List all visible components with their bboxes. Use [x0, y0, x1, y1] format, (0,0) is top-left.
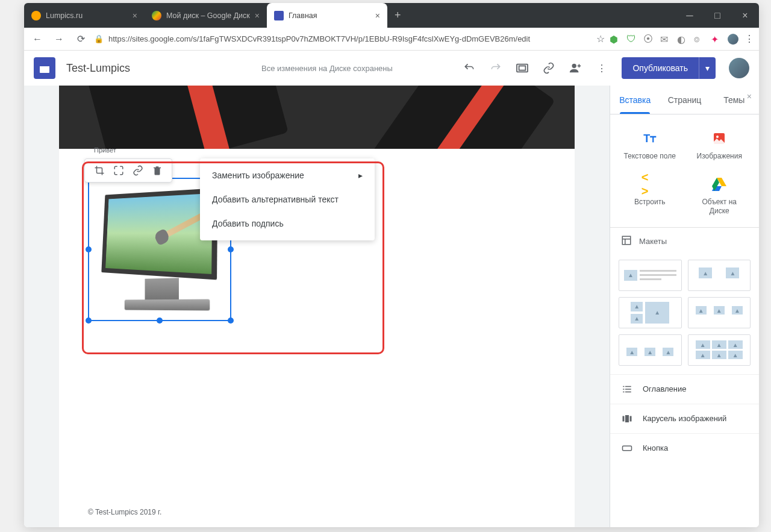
url-text: https://sites.google.com/s/1faFgTWSXDCvR… [108, 34, 530, 43]
layout-option[interactable]: ▲▲ [688, 260, 751, 291]
menu-label: Добавить подпись [212, 219, 284, 228]
close-icon[interactable]: × [133, 11, 137, 20]
link-button[interactable] [542, 61, 555, 75]
menu-item-alt-text[interactable]: Добавить альтернативный текст [200, 187, 375, 211]
insert-embed[interactable]: < > Встроить [617, 171, 682, 221]
share-button[interactable] [569, 61, 582, 75]
redo-button[interactable] [489, 61, 502, 75]
tab-title: Мой диск – Google Диск [166, 11, 250, 20]
menu-icon[interactable]: ⋮ [744, 33, 754, 45]
extension-icon[interactable]: ⦿ [643, 34, 654, 45]
site-title[interactable]: Test-Lumpics [66, 62, 130, 75]
svg-rect-11 [625, 386, 631, 387]
url-input[interactable]: 🔒 https://sites.google.com/s/1faFgTWSXDC… [94, 34, 592, 43]
image-block[interactable]: Привет Заменить изображение ▸ [88, 178, 236, 321]
crop-button[interactable] [90, 161, 109, 180]
layout-option[interactable]: ▲▲▲▲▲▲ [688, 334, 751, 366]
svg-rect-13 [625, 389, 631, 390]
close-button[interactable]: × [731, 3, 759, 28]
sidebar-item-carousel[interactable]: Карусель изображений [610, 404, 759, 433]
resize-handle[interactable] [86, 318, 92, 324]
insert-drive[interactable]: Объект на Диске [687, 171, 752, 221]
image-context-menu: Заменить изображение ▸ Добавить альтерна… [200, 158, 375, 240]
preview-button[interactable] [516, 61, 529, 75]
forward-button[interactable]: → [51, 31, 67, 48]
toc-icon [621, 383, 633, 395]
svg-rect-12 [623, 389, 624, 390]
browser-window: Lumpics.ru × Мой диск – Google Диск × Гл… [24, 3, 759, 527]
hero-banner[interactable] [59, 86, 575, 149]
layout-option[interactable]: ▲ [619, 260, 682, 291]
images-icon [711, 130, 728, 147]
insert-images[interactable]: Изображения [687, 125, 752, 166]
sidebar-item-label: Оглавление [643, 384, 686, 393]
chevron-down-icon[interactable]: ▾ [699, 57, 716, 79]
minimize-button[interactable]: ─ [676, 3, 704, 28]
canvas[interactable]: Привет Заменить изображение ▸ [24, 86, 610, 527]
profile-avatar-icon[interactable] [728, 34, 738, 45]
close-icon[interactable]: × [255, 11, 260, 20]
back-button[interactable]: ← [29, 31, 46, 48]
svg-rect-19 [623, 446, 632, 451]
more-button[interactable]: ⋮ [595, 61, 608, 75]
menu-label: Добавить альтернативный текст [212, 195, 339, 204]
svg-point-6 [716, 136, 719, 138]
close-icon[interactable]: × [747, 92, 752, 101]
header-tools: ⋮ Опубликовать ▾ [463, 57, 749, 79]
layout-option[interactable]: ▲▲▲ [688, 297, 751, 328]
svg-rect-14 [623, 392, 624, 393]
new-tab-button[interactable]: + [387, 3, 408, 28]
extension-icon[interactable]: ⬢ [610, 34, 620, 45]
button-icon [621, 442, 633, 454]
svg-point-4 [572, 64, 576, 68]
reload-button[interactable]: ⟳ [72, 31, 89, 48]
resize-handle[interactable] [228, 318, 234, 324]
star-icon[interactable]: ☆ [596, 33, 605, 45]
link-button[interactable] [128, 161, 148, 180]
sites-logo-icon[interactable] [34, 57, 55, 79]
carousel-icon [621, 413, 633, 425]
svg-rect-17 [625, 415, 629, 422]
uncrop-button[interactable] [109, 161, 128, 180]
browser-tab-lumpics[interactable]: Lumpics.ru × [24, 3, 145, 28]
layout-option[interactable]: ▲▲▲ [619, 297, 682, 328]
address-bar: ← → ⟳ 🔒 https://sites.google.com/s/1faFg… [24, 28, 759, 51]
extension-icon[interactable]: ✦ [711, 34, 722, 45]
svg-rect-18 [630, 416, 632, 421]
resize-handle[interactable] [157, 318, 163, 324]
resize-handle[interactable] [228, 246, 234, 252]
menu-item-replace[interactable]: Заменить изображение ▸ [200, 163, 375, 187]
account-avatar[interactable] [729, 58, 749, 78]
extension-icon[interactable]: ✉ [660, 34, 671, 45]
extension-icon[interactable]: ◐ [677, 34, 688, 45]
workspace: Привет Заменить изображение ▸ [24, 86, 759, 527]
extension-icon[interactable]: ⌾ [694, 34, 705, 45]
extension-icon[interactable]: 🛡 [626, 34, 637, 45]
tab-pages[interactable]: Страниц [660, 86, 709, 114]
tab-insert[interactable]: Вставка [610, 86, 660, 114]
app-header: Test-Lumpics Все изменения на Диске сохр… [24, 51, 759, 86]
layouts-header[interactable]: Макеты × [610, 228, 759, 255]
insert-text-box[interactable]: Tᴛ Текстовое поле [617, 125, 682, 166]
layouts-icon [621, 235, 632, 248]
svg-rect-7 [622, 236, 631, 245]
delete-button[interactable] [148, 161, 167, 180]
sidebar-item-button[interactable]: Кнопка [610, 433, 759, 463]
layout-option[interactable]: ▲▲▲ [619, 334, 682, 366]
svg-rect-15 [625, 392, 631, 393]
window-controls: ─ □ × [676, 3, 759, 28]
browser-tab-bar: Lumpics.ru × Мой диск – Google Диск × Гл… [24, 3, 759, 28]
close-icon[interactable]: × [375, 11, 380, 20]
sidebar-item-label: Карусель изображений [643, 414, 726, 423]
sidebar-item-toc[interactable]: Оглавление [610, 374, 759, 404]
browser-tab-drive[interactable]: Мой диск – Google Диск × [145, 3, 267, 28]
maximize-button[interactable]: □ [704, 3, 731, 28]
undo-button[interactable] [463, 61, 476, 75]
publish-button[interactable]: Опубликовать ▾ [622, 57, 716, 79]
menu-item-caption[interactable]: Добавить подпись [200, 211, 375, 236]
right-sidebar: Вставка Страниц Темы Tᴛ Текстовое поле И… [610, 86, 759, 527]
browser-tab-main[interactable]: Главная × [267, 3, 387, 28]
favicon-icon [152, 11, 161, 20]
resize-handle[interactable] [86, 246, 92, 252]
svg-rect-10 [623, 386, 624, 387]
